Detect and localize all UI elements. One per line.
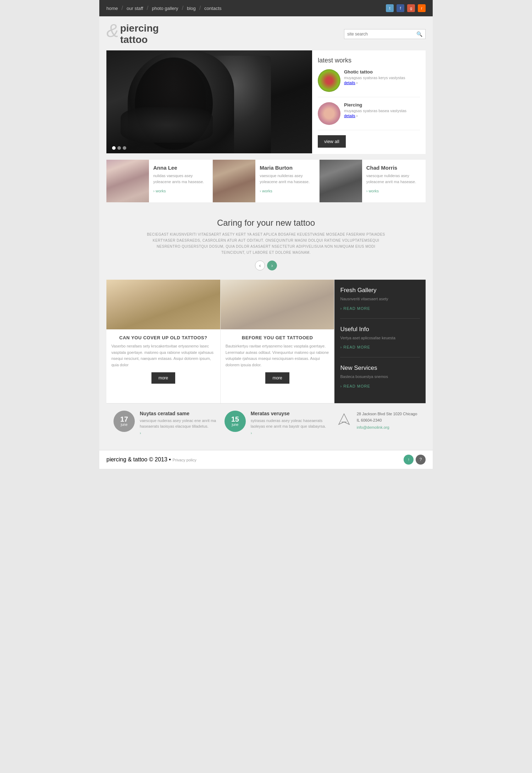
event-desc-2: sytrasas nuderas asey yoleac haseaerats … bbox=[251, 418, 328, 429]
latest-works-panel: latest works Ghotic tattoo muyagsas syat… bbox=[312, 50, 426, 154]
panel-item-gallery: Fresh Gallery Nausnveriti vitaesaert ase… bbox=[340, 287, 420, 319]
panel-item-services: New Services Basteca bosuestya snemos › … bbox=[340, 364, 420, 396]
article-more-button-1[interactable]: more bbox=[151, 372, 175, 384]
event-day-2: 15 bbox=[231, 416, 239, 423]
main-content: latest works Ghotic tattoo muyagsas syat… bbox=[99, 50, 433, 450]
event-date-1: 17 june bbox=[113, 411, 135, 432]
nav-blog[interactable]: blog bbox=[187, 6, 196, 11]
search-button[interactable]: 🔍 bbox=[416, 31, 422, 37]
staff-card-chad: Chad Morris vaescque nulideras asey yole… bbox=[320, 160, 426, 202]
help-button[interactable]: ? bbox=[416, 455, 426, 465]
work-title-piercing: Piercing bbox=[344, 102, 406, 108]
event-link-2[interactable]: › bbox=[251, 431, 252, 435]
nav-home[interactable]: home bbox=[106, 6, 118, 11]
work-title-ghotic: Ghotic tattoo bbox=[344, 69, 405, 75]
article-image-2 bbox=[221, 280, 334, 329]
logo-tattoo: tattoo bbox=[120, 34, 159, 45]
hero-dot-3[interactable] bbox=[123, 146, 126, 150]
staff-name-maria: Maria Burton bbox=[260, 165, 315, 171]
work-details-ghotic: details › bbox=[344, 81, 405, 85]
work-thumb-ghotic bbox=[318, 69, 340, 92]
panel-item-info: Useful Info Vertya aset aplicosafae keue… bbox=[340, 326, 420, 358]
work-info-ghotic: Ghotic tattoo muyagsas syatsras kerys va… bbox=[344, 69, 405, 92]
panel-link-gallery[interactable]: › READ MORE bbox=[340, 306, 370, 311]
panel-desc-services: Basteca bosuestya snemos bbox=[340, 374, 420, 380]
work-info-piercing: Piercing muyagsas syatsras basea vastyst… bbox=[344, 102, 406, 125]
staff-link-anna[interactable]: › works bbox=[153, 189, 166, 193]
logo-ampersand: & bbox=[106, 21, 119, 40]
google-icon[interactable]: g bbox=[407, 4, 415, 12]
copyright-text: piercing & tattoo © 2013 bbox=[106, 456, 167, 462]
article-more-button-2[interactable]: more bbox=[265, 372, 289, 384]
logo-piercing: piercing bbox=[120, 23, 159, 34]
event-info-2: Meratas veruyse sytrasas nuderas asey yo… bbox=[251, 411, 328, 436]
side-panel: Fresh Gallery Nausnveriti vitaesaert ase… bbox=[334, 280, 426, 403]
event-month-2: june bbox=[232, 423, 238, 427]
nav-staff[interactable]: our staff bbox=[127, 6, 143, 11]
view-all-button[interactable]: view all bbox=[318, 135, 346, 148]
staff-desc-maria: vaescque nulideras asey yoleacene anrit … bbox=[260, 173, 315, 185]
latest-works-title: latest works bbox=[318, 57, 420, 64]
caring-section: Caring for your new tattoo BECIEGAST KIA… bbox=[106, 209, 426, 280]
article-card-1: CAN YOU COVER UP OLD TATTOOS? Vaserbo ne… bbox=[106, 280, 221, 403]
panel-link-services[interactable]: › READ MORE bbox=[340, 384, 370, 388]
nav-contacts[interactable]: contacts bbox=[204, 6, 221, 11]
event-info-1: Nuytas ceratad same vaescque nuderas ase… bbox=[140, 411, 217, 436]
work-item-ghotic: Ghotic tattoo muyagsas syatsras kerys va… bbox=[318, 69, 420, 97]
logo-text: piercing tattoo bbox=[120, 23, 159, 45]
contact-icon bbox=[336, 411, 353, 428]
logo: & piercing tattoo bbox=[106, 23, 159, 45]
article-body-2: BEFORE YOU GET TATTOOED Bautsirkertyu ra… bbox=[221, 329, 334, 389]
work-link-piercing[interactable]: details bbox=[344, 114, 355, 118]
nav-gallery[interactable]: photo gallery bbox=[152, 6, 178, 11]
rss-icon[interactable]: r bbox=[418, 4, 426, 12]
article-title-1: CAN YOU COVER UP OLD TATTOOS? bbox=[111, 335, 215, 340]
social-icons: t f g r bbox=[386, 4, 426, 12]
hero-dot-1[interactable] bbox=[112, 146, 116, 150]
site-header: & piercing tattoo 🔍 bbox=[99, 16, 433, 50]
article-body-1: CAN YOU COVER UP OLD TATTOOS? Vaserbo ne… bbox=[106, 329, 220, 389]
location-icon bbox=[337, 412, 351, 426]
staff-link-maria[interactable]: › works bbox=[260, 189, 272, 193]
article-title-2: BEFORE YOU GET TATTOOED bbox=[226, 335, 329, 340]
panel-link-info[interactable]: › READ MORE bbox=[340, 345, 370, 349]
caring-body: BECIEGAST KIAUSNVERITI VITAESAERT ASETY … bbox=[145, 231, 387, 256]
hero-slider bbox=[106, 50, 312, 153]
work-link-ghotic[interactable]: details bbox=[344, 81, 355, 85]
event-1: 17 june Nuytas ceratad same vaescque nud… bbox=[113, 411, 217, 436]
contact-info: 28 Jackson Blvd Ste 1020 Chicago IL 6060… bbox=[357, 411, 419, 430]
hero-dot-2[interactable] bbox=[117, 146, 121, 150]
staff-link-chad[interactable]: › works bbox=[366, 189, 379, 193]
event-date-2: 15 june bbox=[225, 411, 246, 432]
twitter-icon[interactable]: t bbox=[386, 4, 394, 12]
slider-prev-button[interactable]: ‹ bbox=[255, 261, 265, 270]
hero-section: latest works Ghotic tattoo muyagsas syat… bbox=[106, 50, 426, 154]
panel-desc-info: Vertya aset aplicosafae keuesta bbox=[340, 335, 420, 341]
footer-copy: piercing & tattoo © 2013 • Privacy polic… bbox=[106, 456, 196, 463]
event-title-2: Meratas veruyse bbox=[251, 411, 328, 416]
bottom-footer: piercing & tattoo © 2013 • Privacy polic… bbox=[99, 450, 433, 469]
slider-next-button[interactable]: › bbox=[267, 261, 277, 270]
three-columns: CAN YOU COVER UP OLD TATTOOS? Vaserbo ne… bbox=[106, 280, 426, 403]
event-month-1: june bbox=[121, 423, 128, 427]
nav-links: home / our staff / photo gallery / blog … bbox=[106, 5, 222, 11]
staff-info-maria: Maria Burton vaescque nulideras asey yol… bbox=[255, 160, 319, 202]
panel-title-services: New Services bbox=[340, 364, 420, 372]
privacy-link[interactable]: Privacy policy bbox=[172, 458, 196, 462]
event-2: 15 june Meratas veruyse sytrasas nuderas… bbox=[225, 411, 328, 436]
top-navigation: home / our staff / photo gallery / blog … bbox=[99, 0, 433, 16]
scroll-top-button[interactable]: ↑ bbox=[404, 455, 414, 465]
event-link-1[interactable]: › bbox=[140, 431, 141, 435]
contact-email[interactable]: info@demolink.org bbox=[357, 425, 389, 429]
slider-navigation: ‹ › bbox=[121, 261, 411, 270]
staff-card-anna: Anna Lee nulidas vaesques asey yoleacene… bbox=[106, 160, 213, 202]
caring-title: Caring for your new tattoo bbox=[121, 218, 411, 228]
facebook-icon[interactable]: f bbox=[397, 4, 404, 12]
article-image-1 bbox=[106, 280, 220, 329]
event-desc-1: vaescque nuderas asey yoleac ene anrit m… bbox=[140, 418, 217, 429]
contact-block: 28 Jackson Blvd Ste 1020 Chicago IL 6060… bbox=[336, 411, 419, 430]
hero-image bbox=[106, 50, 312, 153]
search-input[interactable] bbox=[347, 32, 416, 37]
staff-name-anna: Anna Lee bbox=[153, 165, 208, 171]
contact-address: 28 Jackson Blvd Ste 1020 Chicago IL 6060… bbox=[357, 411, 419, 424]
